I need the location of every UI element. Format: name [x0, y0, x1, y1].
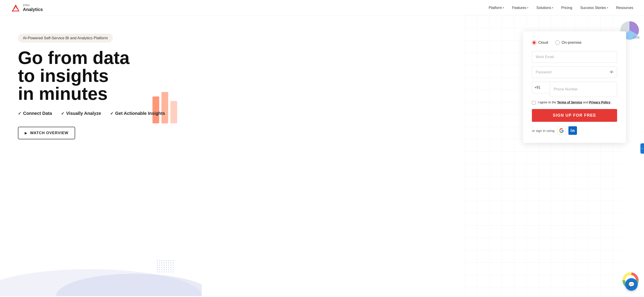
logo-zoho: Zoho: [23, 4, 43, 7]
hero-left: AI-Powered Self-Service BI and Analytics…: [18, 29, 523, 139]
logo-text: Zoho Analytics: [23, 4, 43, 12]
nav-item-solutions[interactable]: Solutions ▾: [536, 6, 553, 10]
nav-item-features[interactable]: Features ▾: [512, 6, 528, 10]
nav-item-platform[interactable]: Platform ▾: [488, 6, 504, 10]
svg-point-0: [12, 10, 13, 12]
check-icon: ✓: [61, 111, 64, 116]
password-field[interactable]: [532, 66, 617, 78]
linkedin-signin-button[interactable]: [568, 126, 577, 135]
feature-connect-data: ✓ Connect Data: [18, 111, 52, 116]
chat-icon: 💬: [628, 281, 635, 288]
feature-visually-analyze: ✓ Visually Analyze: [61, 111, 101, 116]
chevron-left-icon: ‹: [641, 148, 644, 149]
chevron-down-icon: ▾: [503, 6, 504, 9]
phone-group: [532, 82, 617, 97]
deployment-radio-group: Cloud On-premise: [532, 40, 617, 45]
logo-analytics: Analytics: [23, 7, 43, 12]
feature-actionable-insights: ✓ Get Actionable Insights: [110, 111, 165, 116]
chevron-down-icon: ▾: [527, 6, 528, 9]
hero-features: ✓ Connect Data ✓ Visually Analyze ✓ Get …: [18, 111, 523, 116]
social-signin-row: or sign in using: [532, 126, 617, 135]
nav-links: Platform ▾ Features ▾ Solutions ▾ Pricin…: [488, 6, 633, 10]
svg-rect-1: [633, 36, 640, 38]
nav-item-pricing[interactable]: Pricing: [561, 6, 572, 10]
watch-overview-button[interactable]: ▶ WATCH OVERVIEW: [18, 127, 75, 139]
tos-row: I agree to the Terms of Service and Priv…: [532, 100, 617, 104]
signup-card: Cloud On-premise 👁 I agree to the Terms …: [523, 32, 626, 143]
tos-checkbox[interactable]: [532, 101, 536, 104]
chat-bubble[interactable]: 💬: [625, 278, 638, 291]
svg-rect-10: [157, 260, 175, 274]
check-icon: ✓: [110, 111, 114, 116]
hero-badge: AI-Powered Self-Service BI and Analytics…: [18, 34, 113, 42]
radio-cloud-input[interactable]: [532, 40, 536, 45]
play-icon: ▶: [25, 131, 27, 135]
privacy-policy-link[interactable]: Privacy Policy: [589, 100, 610, 104]
phone-number-field[interactable]: [550, 82, 617, 97]
signup-button[interactable]: SIGN UP FOR FREE: [532, 109, 617, 122]
radio-cloud[interactable]: Cloud: [532, 40, 548, 45]
nav-item-success-stories[interactable]: Success Stories ▾: [580, 6, 608, 10]
chevron-down-icon: ▾: [552, 6, 553, 9]
eye-icon[interactable]: 👁: [610, 70, 614, 75]
terms-of-service-link[interactable]: Terms of Service: [557, 100, 582, 104]
google-signin-button[interactable]: [557, 126, 566, 135]
email-field[interactable]: [532, 51, 617, 63]
check-icon: ✓: [18, 111, 21, 116]
logo-icon: [11, 3, 21, 13]
navbar: Zoho Analytics Platform ▾ Features ▾ Sol…: [0, 0, 644, 16]
side-tab[interactable]: ‹: [640, 143, 644, 154]
password-wrapper: 👁: [532, 66, 617, 78]
logo-link[interactable]: Zoho Analytics: [11, 3, 43, 13]
phone-country-code[interactable]: [532, 82, 550, 93]
svg-rect-2: [633, 35, 637, 36]
hero-section: AI-Powered Self-Service BI and Analytics…: [0, 16, 644, 297]
radio-onpremise[interactable]: On-premise: [555, 40, 582, 45]
hero-title: Go from data to insights in minutes: [18, 49, 170, 103]
deco-dots: [157, 260, 175, 274]
nav-item-resources[interactable]: Resources: [616, 6, 633, 10]
chevron-down-icon: ▾: [607, 6, 608, 9]
radio-onpremise-input[interactable]: [555, 40, 560, 45]
